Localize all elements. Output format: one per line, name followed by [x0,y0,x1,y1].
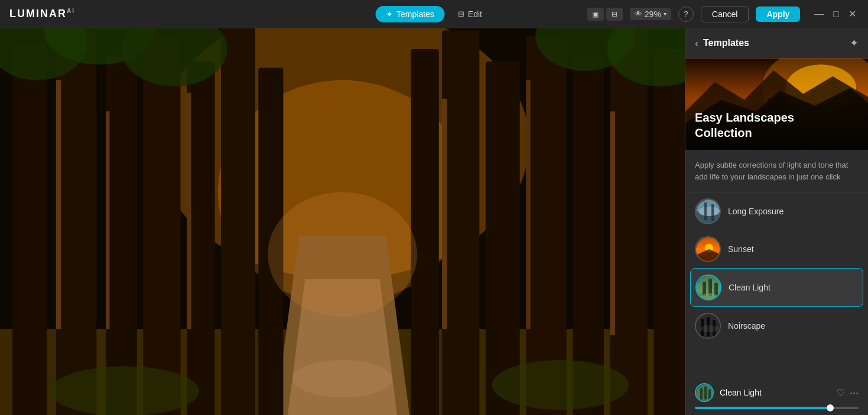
zoom-value: 29% [645,9,661,19]
eye-icon: 👁 [635,9,642,18]
titlebar-center: ✦ Templates ⊟ Edit [375,6,493,22]
template-item-clean-light[interactable]: Clean Light [690,268,863,307]
titlebar: LUMINARAI ✦ Templates ⊟ Edit ▣ ⊟ 👁 29% ▾… [0,0,868,28]
svg-point-32 [492,360,629,410]
svg-rect-66 [700,388,703,400]
back-button[interactable]: ‹ [695,38,698,48]
help-button[interactable]: ? [678,6,694,22]
templates-button[interactable]: ✦ Templates [375,6,445,22]
template-name-clean-light: Clean Light [729,283,771,292]
star-icon: ✦ [850,37,859,49]
collection-banner-bg: Easy LandscapesCollection [685,58,868,150]
svg-rect-25 [610,111,615,335]
logo-ai: AI [67,8,75,14]
template-item-long-exposure[interactable]: Long Exposure [685,192,868,230]
svg-point-34 [292,360,392,397]
template-name-sunset: Sunset [728,244,754,254]
svg-rect-19 [654,49,685,415]
minimize-icon: — [814,9,824,19]
svg-rect-21 [106,111,109,329]
svg-rect-9 [143,37,180,415]
slider-row [695,407,859,409]
window-controls: — □ ✕ [812,8,859,19]
template-thumb-long-exposure [695,198,721,224]
svg-rect-11 [221,28,255,415]
cancel-label: Cancel [712,9,738,19]
more-icon: ··· [850,387,859,398]
single-view-button[interactable]: ▣ [587,8,604,21]
canvas-area [0,28,685,415]
minimize-button[interactable]: — [812,8,826,19]
forest-image [0,28,685,415]
svg-point-64 [700,325,718,332]
svg-rect-16 [526,37,566,415]
bottom-selected-name: Clean Light [720,388,831,397]
template-thumb-clean-light [695,275,721,300]
svg-rect-22 [187,93,191,329]
heart-button[interactable]: ♡ [837,387,845,398]
svg-rect-20 [56,80,61,329]
svg-rect-14 [442,31,479,415]
split-view-button[interactable]: ⊟ [606,8,623,21]
collection-description: Apply subtle corrections of light and to… [685,150,868,192]
template-item-sunset[interactable]: Sunset [685,230,868,268]
apply-button[interactable]: Apply [756,6,800,22]
templates-label: Templates [396,9,434,19]
svg-point-33 [268,192,417,316]
template-thumb-sunset [695,236,721,262]
bottom-thumb [695,383,714,402]
svg-point-31 [50,366,199,415]
sparkle-icon: ✦ [386,9,393,19]
svg-rect-67 [704,386,707,400]
intensity-slider[interactable] [695,407,859,409]
edit-button[interactable]: ⊟ Edit [447,6,493,22]
template-item-noirscape[interactable]: Noirscape [685,307,868,345]
back-icon: ‹ [695,37,698,49]
svg-rect-8 [106,55,137,415]
main-content: ‹ Templates ✦ [0,28,868,415]
heart-icon: ♡ [837,388,845,398]
template-name-long-exposure: Long Exposure [728,207,784,216]
close-icon: ✕ [849,9,856,19]
more-button[interactable]: ··· [850,387,859,399]
bottom-bar: Clean Light ♡ ··· [685,377,868,415]
panel-header-left: ‹ Templates [695,38,749,48]
view-toggle: ▣ ⊟ [587,8,623,21]
svg-rect-47 [704,202,707,220]
panel-title: Templates [703,38,749,48]
maximize-icon: □ [833,9,839,19]
app-logo: LUMINARAI [9,8,75,20]
zoom-control[interactable]: 👁 29% ▾ [630,8,671,20]
svg-point-58 [701,293,718,299]
forest-svg [0,28,685,415]
maximize-button[interactable]: □ [831,8,841,19]
close-button[interactable]: ✕ [846,8,859,19]
svg-rect-23 [442,99,447,329]
template-name-noirscape: Noirscape [728,321,765,331]
titlebar-right: ▣ ⊟ 👁 29% ▾ ? Cancel Apply — □ ✕ [587,6,859,22]
bottom-actions: ♡ ··· [837,387,859,399]
template-thumb-noirscape [695,313,721,339]
logo-text: LUMINAR [9,8,67,19]
collection-title: Easy LandscapesCollection [695,110,859,140]
edit-icon: ⊟ [458,9,464,18]
template-list: Long Exposure [685,192,868,377]
bottom-bar-header: Clean Light ♡ ··· [695,383,859,402]
svg-rect-13 [411,49,438,415]
svg-rect-24 [526,80,530,329]
titlebar-left: LUMINARAI [9,8,75,20]
slider-thumb [827,404,834,411]
svg-rect-15 [486,61,520,415]
svg-rect-6 [12,43,47,415]
banner-overlay: Easy LandscapesCollection [685,100,868,150]
svg-rect-68 [708,389,711,400]
chevron-down-icon: ▾ [664,11,667,17]
svg-point-46 [698,207,720,216]
cancel-button[interactable]: Cancel [701,6,749,22]
svg-rect-18 [610,28,648,415]
right-panel: ‹ Templates ✦ [685,28,868,415]
apply-label: Apply [766,9,789,19]
favorite-button[interactable]: ✦ [850,37,859,50]
svg-rect-7 [56,31,96,415]
svg-rect-48 [711,204,714,221]
